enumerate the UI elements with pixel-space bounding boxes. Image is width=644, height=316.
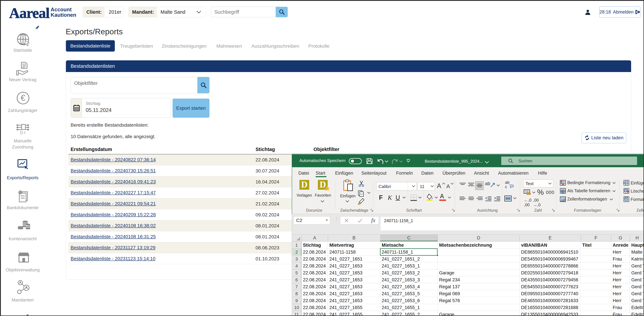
svg-text:9+: 9+: [20, 129, 26, 136]
svg-text:€: €: [21, 93, 26, 103]
